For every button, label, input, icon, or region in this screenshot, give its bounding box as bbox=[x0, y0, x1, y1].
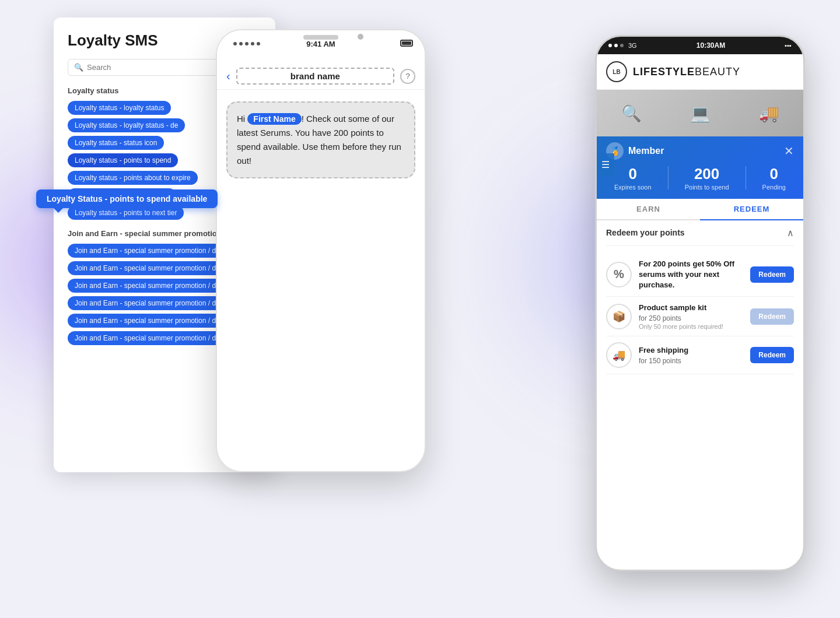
member-close-button[interactable]: ✕ bbox=[784, 144, 794, 158]
tab-earn[interactable]: EARN bbox=[597, 199, 700, 219]
sms-help-icon[interactable]: ? bbox=[400, 69, 415, 84]
reward-2-subtitle: for 250 points bbox=[639, 314, 743, 322]
expires-label: Expires soon bbox=[614, 184, 652, 191]
sms-status-bar: 9:41 AM bbox=[217, 30, 425, 63]
app-status-left: 3G bbox=[608, 42, 637, 49]
sms-battery bbox=[400, 40, 413, 47]
redeem-chevron-icon[interactable]: ∧ bbox=[787, 227, 794, 238]
tag-loyalty-status-2[interactable]: Loyalty status - loyalty status - de bbox=[68, 118, 185, 132]
sms-brand-name: brand name bbox=[236, 68, 394, 85]
reward-2-title: Product sample kit bbox=[639, 303, 743, 313]
stat-divider-2 bbox=[746, 166, 746, 189]
reward-2-info: Product sample kit for 250 points Only 5… bbox=[639, 303, 743, 330]
reward-3-info: Free shipping for 150 points bbox=[639, 345, 743, 365]
app-status-time: 10:30AM bbox=[696, 41, 725, 50]
points-label: Points to spend bbox=[685, 184, 729, 191]
redeem-header-title: Redeem your points bbox=[606, 228, 685, 237]
sms-bubble-content: Hi First Name! Check out some of our lat… bbox=[237, 112, 405, 168]
app-status-right: ▪▪▪ bbox=[785, 42, 792, 49]
pending-label: Pending bbox=[762, 184, 786, 191]
sms-back-button[interactable]: ‹ bbox=[226, 69, 230, 83]
tooltip-badge: Loyalty Status - points to spend availab… bbox=[36, 189, 218, 208]
app-header: LB LIFESTYLEBEAUTY bbox=[597, 54, 803, 90]
sms-signal-dots bbox=[233, 42, 260, 45]
redeem-section: Redeem your points ∧ % For 200 points ge… bbox=[597, 220, 803, 382]
reward-percent-icon: % bbox=[606, 262, 632, 287]
member-stat-points: 200 Points to spend bbox=[685, 166, 729, 191]
side-nav: ☰ bbox=[597, 153, 614, 176]
signal-dot-1 bbox=[608, 44, 612, 47]
sms-phone: 9:41 AM ‹ brand name ? Hi First Name! Ch… bbox=[216, 29, 426, 472]
signal-dot-2 bbox=[614, 44, 618, 47]
member-icon-row: 🏅 Member bbox=[606, 142, 664, 160]
member-label: Member bbox=[628, 146, 664, 156]
app-phone: 3G 10:30AM ▪▪▪ LB LIFESTYLEBEAUTY 🔍 💻 🚚 … bbox=[595, 35, 805, 571]
sms-body: Hi First Name! Check out some of our lat… bbox=[217, 90, 425, 190]
hero-search-icon: 🔍 bbox=[621, 104, 642, 123]
app-brand-title: LIFESTYLEBEAUTY bbox=[633, 66, 740, 78]
redeem-button-2[interactable]: Redeem bbox=[750, 308, 794, 325]
member-stat-pending: 0 Pending bbox=[762, 166, 786, 191]
brand-suffix: BEAUTY bbox=[695, 66, 740, 78]
sms-pre-text: Hi bbox=[237, 114, 247, 124]
brand-main: LIFESTYLE bbox=[633, 66, 695, 78]
reward-3-title: Free shipping bbox=[639, 345, 743, 356]
reward-1-title: For 200 points get 50% Off serums with y… bbox=[639, 259, 743, 291]
redeem-button-3[interactable]: Redeem bbox=[750, 347, 794, 363]
points-value: 200 bbox=[694, 166, 719, 182]
tag-loyalty-points-expire[interactable]: Loyalty status - points about to expire bbox=[68, 171, 198, 185]
reward-item-2: 📦 Product sample kit for 250 points Only… bbox=[606, 297, 794, 336]
cursor-hand-icon: ☜ bbox=[249, 466, 276, 472]
member-bar-top: 🏅 Member ✕ bbox=[606, 142, 794, 160]
pending-value: 0 bbox=[770, 166, 778, 182]
network-label: 3G bbox=[628, 42, 637, 49]
tag-loyalty-points-to-spend[interactable]: Loyalty status - points to spend bbox=[68, 153, 178, 167]
reward-item-1: % For 200 points get 50% Off serums with… bbox=[606, 253, 794, 297]
reward-item-3: 🚚 Free shipping for 150 points Redeem bbox=[606, 336, 794, 374]
menu-icon[interactable]: ☰ bbox=[601, 159, 610, 170]
first-name-badge: First Name bbox=[247, 113, 301, 125]
reward-shipping-icon: 🚚 bbox=[606, 342, 632, 368]
reward-2-note: Only 50 more points required! bbox=[639, 323, 743, 330]
member-stat-expires: 0 Expires soon bbox=[614, 166, 652, 191]
signal-dot-3 bbox=[620, 44, 624, 47]
sms-camera-dot bbox=[358, 34, 363, 40]
tag-loyalty-status-1[interactable]: Loyalty status - loyalty status bbox=[68, 101, 171, 115]
sms-camera-pill bbox=[303, 35, 338, 40]
app-logo: LB bbox=[606, 61, 627, 82]
expires-value: 0 bbox=[629, 166, 637, 182]
sms-nav-bar: ‹ brand name ? bbox=[217, 63, 425, 90]
sms-time: 9:41 AM bbox=[306, 40, 335, 48]
app-status-bar: 3G 10:30AM ▪▪▪ bbox=[597, 37, 803, 54]
stat-divider-1 bbox=[668, 166, 668, 189]
battery-icon: ▪▪▪ bbox=[785, 42, 792, 49]
app-tabs: EARN REDEEM bbox=[597, 199, 803, 220]
search-icon: 🔍 bbox=[74, 63, 83, 72]
app-hero-banner: 🔍 💻 🚚 bbox=[597, 90, 803, 136]
member-stats: 0 Expires soon 200 Points to spend 0 Pen… bbox=[606, 166, 794, 191]
hero-truck-icon: 🚚 bbox=[759, 104, 779, 123]
tab-redeem[interactable]: REDEEM bbox=[700, 199, 803, 219]
reward-package-icon: 📦 bbox=[606, 304, 632, 329]
reward-1-info: For 200 points get 50% Off serums with y… bbox=[639, 259, 743, 291]
hero-laptop-icon: 💻 bbox=[690, 104, 710, 123]
app-member-bar: 🏅 Member ✕ 0 Expires soon 200 Points to … bbox=[597, 136, 803, 199]
redeem-header: Redeem your points ∧ bbox=[606, 227, 794, 246]
reward-3-subtitle: for 150 points bbox=[639, 357, 743, 365]
tag-loyalty-status-3[interactable]: Loyalty status - status icon bbox=[68, 136, 164, 150]
redeem-button-1[interactable]: Redeem bbox=[750, 266, 794, 283]
sms-bubble: Hi First Name! Check out some of our lat… bbox=[226, 101, 415, 178]
